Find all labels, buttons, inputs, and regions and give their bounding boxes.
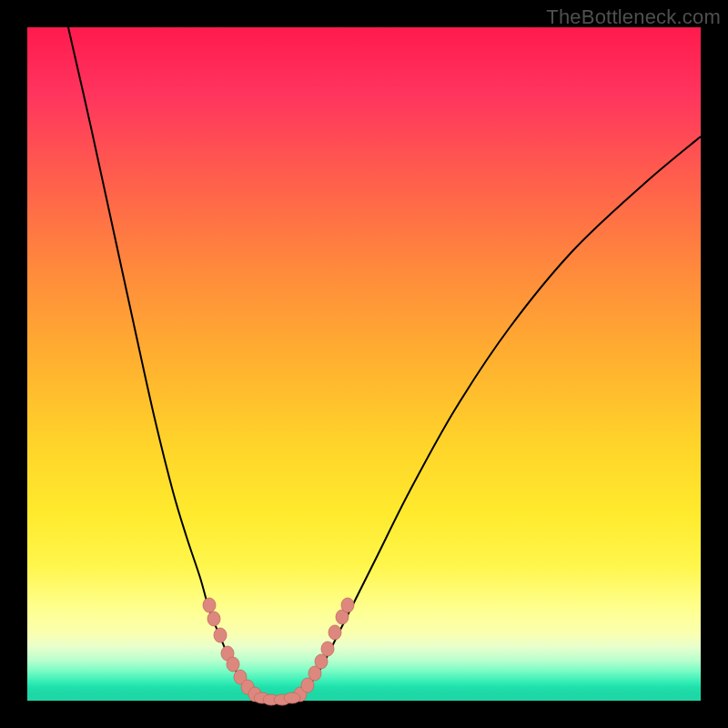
curve-marker bbox=[227, 657, 239, 672]
curve-marker bbox=[321, 642, 334, 656]
curve-marker bbox=[207, 612, 220, 626]
watermark-text: TheBottleneck.com bbox=[546, 5, 721, 29]
markers-left bbox=[203, 598, 261, 702]
curve-marker bbox=[214, 628, 227, 642]
curve-marker bbox=[315, 654, 328, 669]
left-curve bbox=[68, 27, 255, 696]
plot-area bbox=[27, 27, 701, 701]
curve-marker bbox=[341, 598, 354, 612]
markers-right bbox=[294, 598, 354, 702]
curve-layer bbox=[27, 27, 701, 701]
right-curve bbox=[300, 136, 701, 696]
curve-marker bbox=[284, 693, 300, 703]
chart-frame: TheBottleneck.com bbox=[0, 0, 728, 728]
curve-marker bbox=[203, 598, 216, 612]
curve-marker bbox=[329, 625, 341, 640]
markers-bottom bbox=[254, 693, 300, 705]
